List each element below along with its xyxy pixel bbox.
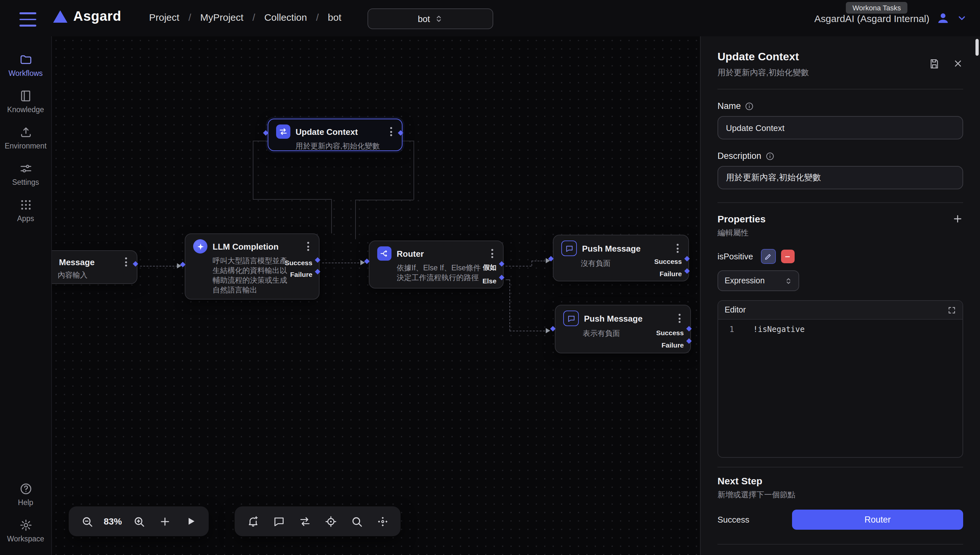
sidebar-item-help[interactable]: Help	[2, 482, 49, 506]
sidebar-item-environment[interactable]: Environment	[2, 126, 49, 150]
property-type-select[interactable]: Expression	[717, 270, 799, 291]
add-property-icon[interactable]	[952, 213, 963, 225]
node-update-context[interactable]: Update Context 用於更新內容,初始化變數	[268, 119, 402, 151]
edge-segment	[253, 141, 268, 141]
next-step-target-button[interactable]: Router	[792, 510, 963, 530]
breadcrumb-bot[interactable]: bot	[328, 12, 341, 23]
search-icon[interactable]	[345, 510, 368, 533]
save-icon[interactable]	[929, 58, 940, 69]
edit-property-icon[interactable]	[761, 249, 776, 264]
node-title: Router	[397, 249, 484, 258]
output-failure[interactable]: Failure	[660, 270, 682, 278]
expression-editor: Editor 1 !isNegative	[717, 300, 963, 458]
select-chevrons-icon	[435, 14, 443, 23]
sidebar-item-settings[interactable]: Settings	[2, 162, 49, 186]
output-failure[interactable]: Failure	[661, 341, 684, 349]
node-router[interactable]: Router 依據If、Else If、Else條件決定工作流程執行的路徑 假如…	[369, 241, 504, 289]
swap-arrows-icon	[276, 125, 290, 139]
sparkle-icon	[193, 239, 207, 253]
node-title: Push Message	[582, 244, 669, 253]
swap-icon[interactable]	[293, 510, 316, 533]
run-icon[interactable]	[179, 510, 202, 533]
zoom-toolbar: 83%	[69, 506, 209, 536]
book-icon	[19, 90, 32, 103]
info-icon	[745, 101, 754, 111]
remove-property-icon[interactable]	[781, 250, 794, 263]
breadcrumb: Project/ MyProject/ Collection/ bot	[149, 12, 341, 23]
top-bar: Asgard Project/ MyProject/ Collection/ b…	[0, 0, 980, 36]
node-push-message-negative[interactable]: Push Message 表示有負面 Success Failure	[555, 305, 691, 353]
panel-subtitle: 用於更新內容,初始化變數	[717, 67, 963, 79]
edge-llm-router	[322, 263, 362, 263]
name-label: Name	[717, 101, 963, 111]
edge-segment	[355, 200, 413, 201]
edge-segment	[253, 141, 253, 199]
node-menu-icon[interactable]	[489, 248, 495, 259]
output-success[interactable]: Success	[656, 329, 684, 337]
panel-title: Update Context	[717, 51, 963, 64]
bell-plus-icon[interactable]	[241, 510, 264, 533]
code-area[interactable]: 1 !isNegative	[718, 320, 962, 457]
sliders-icon	[19, 162, 32, 175]
output-if[interactable]: 假如	[483, 263, 496, 272]
edge-segment	[253, 199, 331, 200]
workflow-select-value: bot	[418, 14, 430, 24]
node-llm-completion[interactable]: LLM Completion 呼叫大型語言模型並產生結構化的資料輸出以輔助流程的…	[185, 233, 320, 300]
output-else[interactable]: Else	[482, 277, 496, 285]
chat-icon[interactable]	[267, 510, 290, 533]
node-title: LLM Completion	[213, 242, 300, 251]
logo-text: Asgard	[73, 8, 121, 24]
sidebar-item-workflows[interactable]: Workflows	[2, 53, 49, 77]
edge-segment	[402, 141, 413, 141]
edge-message-llm	[140, 266, 178, 266]
workona-tasks-tooltip: Workona Tasks	[846, 2, 907, 14]
node-menu-icon[interactable]	[677, 313, 682, 324]
menu-icon[interactable]	[19, 11, 36, 28]
description-label: Description	[717, 151, 963, 161]
node-menu-icon[interactable]	[388, 126, 394, 138]
account-label: AsgardAI (Asgard Internal)	[814, 13, 929, 24]
output-success[interactable]: Success	[285, 259, 312, 266]
auto-layout-icon[interactable]	[371, 510, 394, 533]
node-push-message-positive[interactable]: Push Message 沒有負面 Success Failure	[553, 235, 689, 281]
name-input[interactable]	[717, 116, 963, 140]
node-description: 依據If、Else If、Else條件決定工作流程執行的路徑	[397, 263, 487, 283]
node-menu-icon[interactable]	[123, 256, 129, 268]
node-subtitle: 用於更新內容,初始化變數	[296, 141, 394, 151]
node-menu-icon[interactable]	[305, 241, 311, 252]
edge-router-push2	[506, 279, 509, 280]
upload-icon	[19, 126, 32, 139]
node-message[interactable]: Message 內容輸入	[52, 250, 138, 284]
zoom-out-icon[interactable]	[75, 510, 99, 533]
expand-icon[interactable]	[948, 306, 956, 314]
edge-segment	[413, 141, 414, 200]
sidebar-item-apps[interactable]: Apps	[2, 198, 49, 222]
breadcrumb-collection[interactable]: Collection	[264, 12, 307, 23]
node-menu-icon[interactable]	[675, 242, 681, 254]
workflow-canvas[interactable]: Message 內容輸入 Update Context 用於更新內容,初始化變數…	[52, 36, 700, 555]
code-line: !isNegative	[753, 325, 805, 334]
locate-icon[interactable]	[319, 510, 342, 533]
chat-bubble-icon	[561, 241, 577, 256]
edge-router-push2	[509, 330, 548, 331]
next-step-title: Next Step	[717, 475, 963, 486]
add-node-icon[interactable]	[153, 510, 176, 533]
next-step-subtitle: 新增或選擇下一個節點	[717, 489, 963, 500]
folder-icon	[19, 53, 32, 66]
help-icon	[19, 482, 32, 496]
close-icon[interactable]	[953, 58, 963, 69]
gear-icon	[19, 519, 32, 532]
edge-router-push1	[506, 266, 532, 266]
scrollbar-thumb[interactable]	[975, 39, 979, 56]
output-success[interactable]: Success	[654, 257, 682, 265]
zoom-in-icon[interactable]	[127, 510, 151, 533]
breadcrumb-project[interactable]: Project	[149, 12, 179, 23]
description-input[interactable]	[717, 166, 963, 189]
output-failure[interactable]: Failure	[290, 270, 312, 278]
app-logo[interactable]: Asgard	[53, 8, 121, 24]
node-title: Push Message	[584, 313, 671, 323]
workflow-select[interactable]: bot	[367, 8, 493, 29]
sidebar-item-knowledge[interactable]: Knowledge	[2, 90, 49, 114]
sidebar-item-workspace[interactable]: Workspace	[2, 519, 49, 543]
breadcrumb-myproject[interactable]: MyProject	[200, 12, 243, 23]
